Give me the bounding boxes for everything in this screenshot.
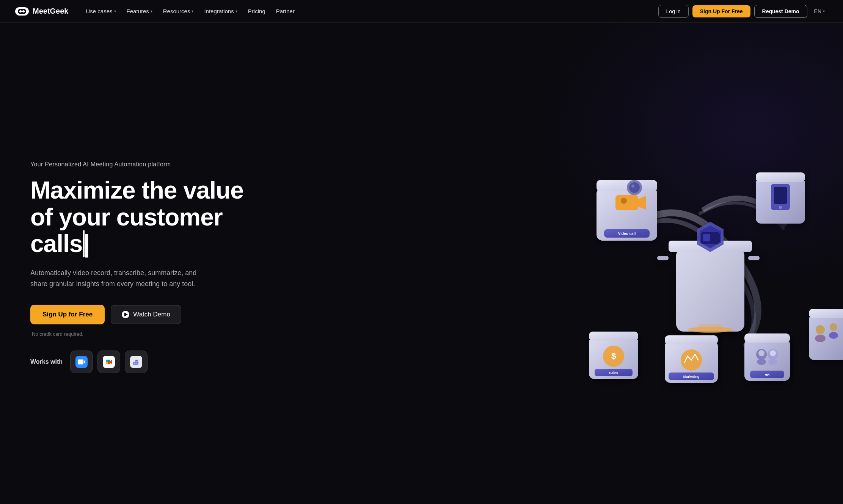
svg-text:Marketing: Marketing [683, 375, 700, 379]
svg-point-44 [758, 350, 765, 356]
hero-buttons: Sign Up for Free Watch Demo [30, 305, 258, 324]
hero-illustration-svg: Video call [559, 150, 843, 415]
hero-title-line2: of your customer calls [30, 203, 223, 257]
hero-title-line1: Maximize the value [30, 177, 243, 204]
app-icon-google-meet [97, 351, 120, 373]
nav-link-partner[interactable]: Partner [272, 6, 298, 17]
signup-nav-button[interactable]: Sign Up For Free [692, 5, 750, 17]
chevron-down-icon: ▾ [235, 9, 237, 13]
svg-point-45 [770, 350, 776, 356]
svg-point-54 [830, 323, 837, 331]
svg-rect-36 [665, 335, 718, 344]
svg-point-11 [621, 198, 627, 204]
logo-icon [15, 7, 29, 16]
nav-item-pricing[interactable]: Pricing [244, 6, 269, 17]
svg-text:$: $ [611, 351, 616, 361]
svg-rect-51 [809, 309, 843, 318]
svg-rect-19 [703, 234, 710, 241]
works-with-label: Works with [30, 358, 63, 365]
cursor-blink: | [83, 230, 85, 257]
svg-text:Video call: Video call [618, 232, 636, 236]
hero-section: Your Personalized AI Meeting Automation … [0, 23, 843, 504]
no-credit-text: No credit card required. [32, 331, 258, 337]
navbar: MeetGeek Use cases ▾ Features ▾ Resource… [0, 0, 843, 23]
nav-item-integrations[interactable]: Integrations ▾ [200, 6, 241, 17]
nav-link-pricing[interactable]: Pricing [244, 6, 269, 17]
language-selector[interactable]: EN ▾ [811, 6, 828, 17]
svg-rect-20 [657, 256, 669, 260]
svg-rect-14 [676, 248, 744, 332]
svg-rect-23 [699, 324, 722, 330]
app-icon-teams [125, 351, 148, 373]
svg-point-53 [815, 335, 826, 342]
app-icon-zoom [70, 351, 93, 373]
nav-item-use-cases[interactable]: Use cases ▾ [82, 6, 120, 17]
signup-hero-button[interactable]: Sign Up for Free [30, 305, 105, 324]
chevron-down-icon: ▾ [114, 9, 116, 13]
svg-point-46 [757, 359, 766, 365]
svg-rect-30 [589, 332, 638, 341]
request-demo-button[interactable]: Request Demo [754, 5, 807, 18]
chevron-down-icon: ▾ [192, 9, 193, 13]
nav-links: Use cases ▾ Features ▾ Resources ▾ Integ… [82, 6, 298, 17]
svg-point-58 [631, 185, 634, 188]
svg-rect-50 [809, 315, 843, 360]
chevron-down-icon: ▾ [151, 9, 152, 13]
logo-text: MeetGeek [33, 7, 69, 16]
nav-link-use-cases[interactable]: Use cases ▾ [82, 6, 120, 17]
svg-point-57 [629, 182, 640, 193]
nav-link-resources[interactable]: Resources ▾ [159, 6, 198, 17]
hero-illustration: Video call [578, 150, 843, 377]
nav-right: Log in Sign Up For Free Request Demo EN … [658, 5, 828, 18]
chevron-down-icon: ▾ [823, 9, 825, 13]
hero-content: Your Personalized AI Meeting Automation … [30, 161, 258, 373]
login-button[interactable]: Log in [658, 5, 689, 18]
nav-item-features[interactable]: Features ▾ [123, 6, 156, 17]
svg-rect-41 [744, 333, 790, 343]
hero-description: Automatically video record, transcribe, … [30, 268, 212, 290]
svg-text:Sales: Sales [609, 371, 618, 375]
svg-rect-9 [615, 195, 638, 210]
nav-link-features[interactable]: Features ▾ [123, 6, 156, 17]
svg-rect-21 [748, 256, 760, 260]
svg-point-52 [816, 325, 825, 334]
hero-title: Maximize the value of your customer call… [30, 177, 258, 257]
hero-tagline: Your Personalized AI Meeting Automation … [30, 161, 258, 168]
svg-rect-3 [19, 11, 25, 12]
svg-rect-8 [597, 180, 657, 191]
logo-link[interactable]: MeetGeek [15, 7, 69, 16]
nav-left: MeetGeek Use cases ▾ Features ▾ Resource… [15, 6, 298, 17]
app-icons-list [70, 351, 148, 373]
nav-link-integrations[interactable]: Integrations ▾ [200, 6, 241, 17]
nav-item-resources[interactable]: Resources ▾ [159, 6, 198, 17]
play-icon [122, 311, 129, 318]
works-with: Works with [30, 351, 258, 373]
svg-rect-25 [756, 172, 805, 182]
svg-point-47 [768, 359, 777, 365]
watch-demo-button[interactable]: Watch Demo [111, 305, 181, 324]
svg-rect-27 [774, 187, 787, 204]
svg-point-28 [779, 206, 782, 209]
svg-text:HR: HR [765, 373, 770, 377]
svg-point-55 [829, 332, 838, 339]
nav-item-partner[interactable]: Partner [272, 6, 298, 17]
